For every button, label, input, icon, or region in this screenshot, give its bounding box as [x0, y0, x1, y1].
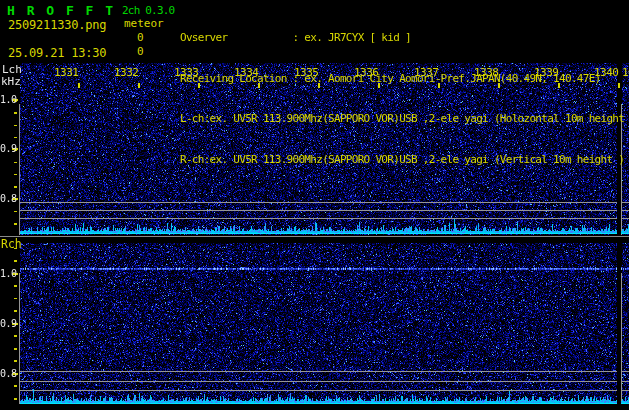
lch-ytick-label: 0.9 — [0, 143, 17, 154]
rch-spectrogram-canvas — [19, 243, 629, 404]
location-line: Receiving Location : ex. Aomori City Aom… — [180, 72, 624, 86]
lch-minor-ticks — [14, 100, 17, 234]
rch-config-line: R-ch:ex. UV5R 113.900Mhz(SAPPORO VOR)USB… — [180, 153, 624, 167]
lch-config-line: L-ch:ex. UV5R 113.900Mhz(SAPPORO VOR)USB… — [180, 112, 624, 126]
version-label: 2ch 0.3.0 — [122, 4, 174, 17]
filename-label: 2509211330.png — [8, 18, 106, 32]
time-tick-label: 1331 — [54, 66, 79, 79]
observer-line: Ovserver : ex. JR7CYX [ kid ] — [180, 31, 624, 45]
station-info-block: Ovserver : ex. JR7CYX [ kid ] Receiving … — [180, 4, 624, 193]
rch-ytick-label: 0.8 — [0, 368, 17, 379]
hrofft-screen: H R O F F T 2ch 0.3.0 2509211330.png met… — [0, 0, 629, 410]
khz-unit-label: kHz — [1, 75, 21, 88]
datetime-label: 25.09.21 13:30 — [8, 46, 106, 60]
rch-ytick-label: 1.0 — [0, 268, 17, 279]
rch-ytick-label: 0.9 — [0, 318, 17, 329]
lch-ytick-label: 1.0 — [0, 94, 17, 105]
meteor-count-bottom: 0 — [137, 45, 144, 58]
app-title: H R O F F T — [7, 3, 115, 18]
mode-label: meteor — [124, 17, 164, 30]
lch-ytick-label: 0.8 — [0, 193, 17, 204]
time-tick-label: 1332 — [114, 66, 139, 79]
panel-divider-line — [0, 236, 629, 237]
rch-channel-label: Rch — [1, 237, 22, 251]
meteor-count-top: 0 — [137, 31, 144, 44]
